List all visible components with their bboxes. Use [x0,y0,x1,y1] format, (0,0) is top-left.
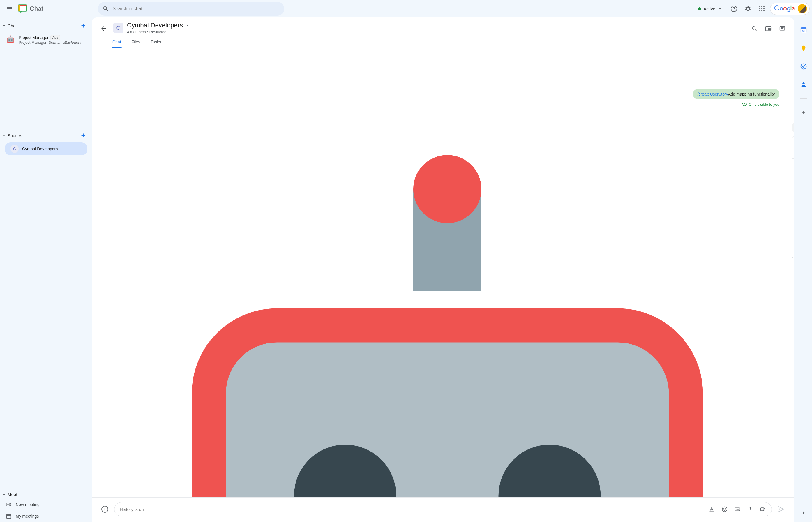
panel-actions [749,23,788,34]
search-box[interactable] [98,2,284,16]
panel-meta: 4 members • Restricted [127,30,745,34]
tasks-app-button[interactable] [798,61,809,72]
format-button[interactable] [707,504,717,514]
app-logo-text: Chat [30,5,43,13]
svg-point-6 [761,6,763,7]
chat-lines-icon [779,25,786,32]
my-meetings-button[interactable]: My meetings [0,510,92,522]
panel-avatar: C [113,23,123,33]
panel-title-button[interactable]: Cymbal Developers [127,22,745,29]
google-contacts-icon [800,81,807,88]
search-input[interactable] [113,6,280,12]
keep-app-button[interactable] [798,42,809,54]
outgoing-text: Add mapping functionality [728,92,775,96]
section-title: Chat [7,23,17,28]
incoming-summary: @Charlie C created a user story. [792,121,794,133]
space-item-cymbal-developers[interactable]: C Cymbal Developers [5,142,87,155]
account-switcher[interactable] [770,3,810,15]
visibility-note: Only visible to you [742,102,780,107]
section-title: Meet [7,492,17,497]
caret-down-icon [2,492,6,497]
chat-item-title: Project Manager [19,35,49,40]
chat-logo-icon [18,4,27,14]
space-avatar: C [11,145,19,153]
add-attachment-button[interactable] [99,503,111,515]
app-body: Chat Project Manager App Pro [0,18,812,522]
search-container [98,2,284,16]
meet-section-header: Meet [0,490,92,499]
panel-search-button[interactable] [749,23,760,34]
svg-point-38 [724,508,724,509]
spaces-section-header: Spaces [0,128,92,142]
google-tasks-icon [800,63,807,69]
svg-point-10 [763,8,765,9]
spaces-section-toggle[interactable]: Spaces [2,133,22,138]
svg-point-4 [734,10,734,11]
upload-button[interactable] [745,504,755,514]
card-header: Add mapping functionality ID: J5TI7jsnF2… [792,136,794,159]
caret-down-icon [2,133,6,138]
meet-section-toggle[interactable]: Meet [2,492,17,497]
tab-tasks[interactable]: Tasks [150,37,162,48]
emoji-button[interactable] [720,504,730,514]
tabs: Chat Files Tasks [92,37,794,48]
status-chip[interactable]: Active [695,5,726,13]
svg-point-17 [11,39,13,41]
chat-panel: C Cymbal Developers 4 members • Restrict… [92,18,794,522]
tab-chat[interactable]: Chat [112,37,122,48]
outgoing-bubble[interactable]: /createUserStoryAdd mapping functionalit… [693,89,779,99]
user-avatar[interactable] [798,4,807,14]
panel-thread-button[interactable] [776,23,788,34]
calendar-app-button[interactable]: 31 [798,24,809,36]
svg-rect-24 [780,26,785,30]
svg-rect-21 [7,515,11,518]
svg-point-48 [803,82,805,84]
chat-section-header: Chat [0,19,92,33]
video-plus-icon [6,502,12,507]
chat-item-project-manager[interactable]: Project Manager App Project Manager: Sen… [0,33,87,47]
svg-point-16 [8,39,10,41]
panel-header: C Cymbal Developers 4 members • Restrict… [92,18,794,34]
send-icon [778,506,785,513]
panel-title-wrap: Cymbal Developers 4 members • Restricted [127,22,745,34]
settings-button[interactable] [742,3,754,15]
picture-in-picture-icon [765,25,772,32]
chat-section-toggle[interactable]: Chat [2,23,17,28]
new-chat-button[interactable] [78,20,88,31]
card-actions: Assign to me Start Edit [792,236,794,258]
tab-files[interactable]: Files [131,37,141,48]
svg-point-11 [759,10,760,12]
back-button[interactable] [98,23,109,34]
get-addons-button[interactable] [798,107,809,119]
panel-pip-button[interactable] [763,23,774,34]
svg-rect-2 [18,5,20,11]
plus-circle-icon [101,505,109,513]
calendar-icon [6,513,12,519]
space-name: Cymbal Developers [22,146,58,151]
slash-command: /createUserStory [697,92,728,96]
sidebar: Chat Project Manager App Pro [0,18,92,522]
app-logo[interactable]: Chat [18,4,43,14]
compose-row: GIF [92,498,794,522]
header-right: Active [695,3,810,15]
compose-box[interactable]: GIF [114,502,772,516]
apps-button[interactable] [756,3,768,15]
new-space-button[interactable] [78,130,88,141]
svg-text:31: 31 [802,30,805,33]
collapse-panel-button[interactable] [798,507,809,519]
outgoing-message: /createUserStoryAdd mapping functionalit… [98,89,779,107]
video-button[interactable] [758,504,768,514]
svg-point-7 [763,6,765,7]
card-fields: PRIORITY - SIZE - ASSIGNED TO - [792,205,794,236]
compose-input[interactable] [120,507,704,512]
svg-point-19 [10,36,11,36]
new-meeting-button[interactable]: New meeting [0,499,92,510]
send-button[interactable] [775,503,787,515]
main-menu-button[interactable] [2,2,16,16]
contacts-app-button[interactable] [798,79,809,90]
menu-icon [6,5,13,12]
plus-icon [800,110,807,116]
gif-button[interactable]: GIF [732,504,743,514]
caret-down-icon [2,23,6,28]
help-button[interactable] [728,3,740,15]
